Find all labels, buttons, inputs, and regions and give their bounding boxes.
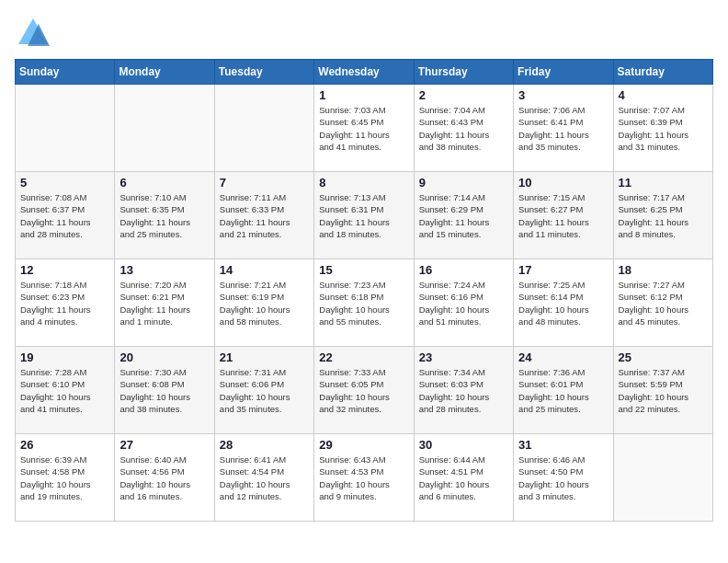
calendar-cell: 19Sunrise: 7:28 AM Sunset: 6:10 PM Dayli… [16,347,115,434]
day-info: Sunrise: 7:33 AM Sunset: 6:05 PM Dayligh… [319,366,408,415]
day-number: 9 [419,176,508,190]
day-number: 23 [419,350,508,364]
weekday-header-row: SundayMondayTuesdayWednesdayThursdayFrid… [16,60,713,85]
day-info: Sunrise: 6:44 AM Sunset: 4:51 PM Dayligh… [419,454,508,502]
week-row-4: 19Sunrise: 7:28 AM Sunset: 6:10 PM Dayli… [16,347,713,434]
calendar-cell [16,85,115,172]
calendar-cell: 14Sunrise: 7:21 AM Sunset: 6:19 PM Dayli… [214,259,313,347]
calendar-cell: 27Sunrise: 6:40 AM Sunset: 4:56 PM Dayli… [115,434,214,522]
week-row-2: 5Sunrise: 7:08 AM Sunset: 6:37 PM Daylig… [16,172,713,259]
calendar-cell: 1Sunrise: 7:03 AM Sunset: 6:45 PM Daylig… [314,85,414,172]
day-number: 13 [119,263,209,277]
day-info: Sunrise: 6:43 AM Sunset: 4:53 PM Dayligh… [319,454,408,502]
logo [15,15,55,52]
day-info: Sunrise: 7:06 AM Sunset: 6:41 PM Dayligh… [518,104,608,153]
day-number: 27 [119,438,209,452]
calendar-cell: 12Sunrise: 7:18 AM Sunset: 6:23 PM Dayli… [16,259,115,347]
day-info: Sunrise: 6:41 AM Sunset: 4:54 PM Dayligh… [220,454,309,502]
calendar-cell: 23Sunrise: 7:34 AM Sunset: 6:03 PM Dayli… [414,347,513,434]
calendar-cell: 10Sunrise: 7:15 AM Sunset: 6:27 PM Dayli… [514,172,613,259]
calendar-cell: 26Sunrise: 6:39 AM Sunset: 4:58 PM Dayli… [16,434,115,522]
calendar-cell: 31Sunrise: 6:46 AM Sunset: 4:50 PM Dayli… [514,434,613,522]
day-info: Sunrise: 7:07 AM Sunset: 6:39 PM Dayligh… [619,104,708,153]
day-number: 18 [619,263,708,277]
weekday-header-friday: Friday [514,60,613,85]
day-info: Sunrise: 7:13 AM Sunset: 6:31 PM Dayligh… [319,191,408,240]
day-number: 25 [619,350,708,364]
day-info: Sunrise: 7:24 AM Sunset: 6:16 PM Dayligh… [419,279,508,327]
day-info: Sunrise: 7:21 AM Sunset: 6:19 PM Dayligh… [220,279,309,327]
calendar-cell: 18Sunrise: 7:27 AM Sunset: 6:12 PM Dayli… [613,259,712,347]
calendar-cell: 15Sunrise: 7:23 AM Sunset: 6:18 PM Dayli… [314,259,414,347]
calendar-cell: 7Sunrise: 7:11 AM Sunset: 6:33 PM Daylig… [214,172,313,259]
day-number: 6 [119,176,209,190]
day-number: 31 [518,438,608,452]
day-info: Sunrise: 7:08 AM Sunset: 6:37 PM Dayligh… [20,191,109,240]
weekday-header-thursday: Thursday [414,60,513,85]
day-number: 19 [20,350,109,364]
day-number: 1 [319,88,408,102]
calendar-cell: 11Sunrise: 7:17 AM Sunset: 6:25 PM Dayli… [613,172,712,259]
weekday-header-monday: Monday [115,60,214,85]
day-number: 17 [518,263,608,277]
day-number: 21 [220,350,309,364]
calendar-cell: 22Sunrise: 7:33 AM Sunset: 6:05 PM Dayli… [314,347,414,434]
day-info: Sunrise: 6:40 AM Sunset: 4:56 PM Dayligh… [119,454,209,502]
week-row-1: 1Sunrise: 7:03 AM Sunset: 6:45 PM Daylig… [16,85,713,172]
day-number: 5 [20,176,109,190]
calendar-cell: 16Sunrise: 7:24 AM Sunset: 6:16 PM Dayli… [414,259,513,347]
calendar-cell: 30Sunrise: 6:44 AM Sunset: 4:51 PM Dayli… [414,434,513,522]
calendar-cell: 2Sunrise: 7:04 AM Sunset: 6:43 PM Daylig… [414,85,513,172]
day-number: 10 [518,176,608,190]
calendar-cell: 4Sunrise: 7:07 AM Sunset: 6:39 PM Daylig… [613,85,712,172]
calendar-table: SundayMondayTuesdayWednesdayThursdayFrid… [15,59,713,522]
calendar-cell: 17Sunrise: 7:25 AM Sunset: 6:14 PM Dayli… [514,259,613,347]
week-row-3: 12Sunrise: 7:18 AM Sunset: 6:23 PM Dayli… [16,259,713,347]
calendar-cell: 29Sunrise: 6:43 AM Sunset: 4:53 PM Dayli… [314,434,414,522]
calendar-cell [115,85,214,172]
calendar-cell: 21Sunrise: 7:31 AM Sunset: 6:06 PM Dayli… [214,347,313,434]
day-info: Sunrise: 7:20 AM Sunset: 6:21 PM Dayligh… [119,279,209,327]
weekday-header-saturday: Saturday [613,60,712,85]
calendar-cell [613,434,712,522]
calendar-cell: 28Sunrise: 6:41 AM Sunset: 4:54 PM Dayli… [214,434,313,522]
day-number: 12 [20,263,109,277]
day-info: Sunrise: 7:23 AM Sunset: 6:18 PM Dayligh… [319,279,408,327]
day-number: 20 [119,350,209,364]
day-number: 2 [419,88,508,102]
day-info: Sunrise: 7:28 AM Sunset: 6:10 PM Dayligh… [20,366,109,415]
day-info: Sunrise: 7:25 AM Sunset: 6:14 PM Dayligh… [518,279,608,327]
calendar-cell [214,85,313,172]
day-info: Sunrise: 7:04 AM Sunset: 6:43 PM Dayligh… [419,104,508,153]
day-info: Sunrise: 7:30 AM Sunset: 6:08 PM Dayligh… [119,366,209,415]
day-info: Sunrise: 7:15 AM Sunset: 6:27 PM Dayligh… [518,191,608,240]
day-info: Sunrise: 7:03 AM Sunset: 6:45 PM Dayligh… [319,104,408,153]
calendar-cell: 24Sunrise: 7:36 AM Sunset: 6:01 PM Dayli… [514,347,613,434]
day-info: Sunrise: 6:39 AM Sunset: 4:58 PM Dayligh… [20,454,109,502]
calendar-cell: 13Sunrise: 7:20 AM Sunset: 6:21 PM Dayli… [115,259,214,347]
day-info: Sunrise: 7:36 AM Sunset: 6:01 PM Dayligh… [518,366,608,415]
day-info: Sunrise: 7:18 AM Sunset: 6:23 PM Dayligh… [20,279,109,327]
calendar-cell: 8Sunrise: 7:13 AM Sunset: 6:31 PM Daylig… [314,172,414,259]
day-number: 7 [220,176,309,190]
day-number: 16 [419,263,508,277]
day-number: 8 [319,176,408,190]
day-number: 22 [319,350,408,364]
page-header [15,15,713,52]
weekday-header-wednesday: Wednesday [314,60,414,85]
day-info: Sunrise: 7:11 AM Sunset: 6:33 PM Dayligh… [220,191,309,240]
day-info: Sunrise: 6:46 AM Sunset: 4:50 PM Dayligh… [518,454,608,502]
day-number: 24 [518,350,608,364]
calendar-cell: 3Sunrise: 7:06 AM Sunset: 6:41 PM Daylig… [514,85,613,172]
calendar-cell: 9Sunrise: 7:14 AM Sunset: 6:29 PM Daylig… [414,172,513,259]
calendar-cell: 5Sunrise: 7:08 AM Sunset: 6:37 PM Daylig… [16,172,115,259]
logo-icon [15,15,51,52]
calendar-cell: 6Sunrise: 7:10 AM Sunset: 6:35 PM Daylig… [115,172,214,259]
day-number: 4 [619,88,708,102]
day-info: Sunrise: 7:10 AM Sunset: 6:35 PM Dayligh… [119,191,209,240]
day-number: 3 [518,88,608,102]
weekday-header-sunday: Sunday [16,60,115,85]
day-number: 30 [419,438,508,452]
day-number: 11 [619,176,708,190]
day-info: Sunrise: 7:14 AM Sunset: 6:29 PM Dayligh… [419,191,508,240]
